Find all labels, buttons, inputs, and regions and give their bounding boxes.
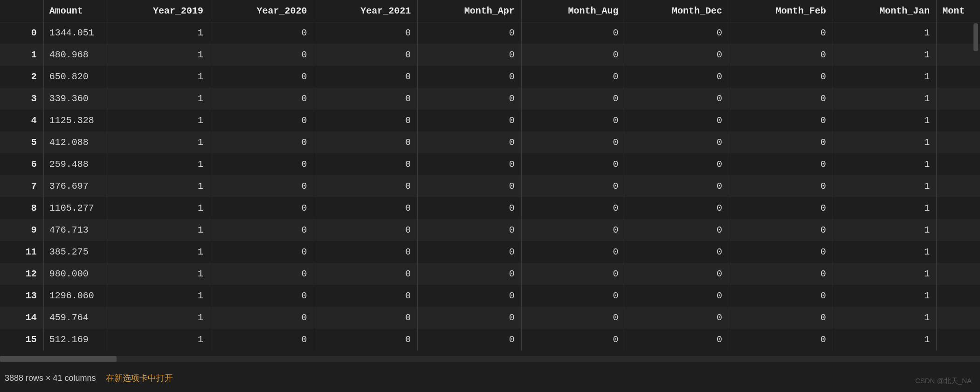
table-row[interactable]: 6259.48810000001 <box>0 153 980 175</box>
cell-month-feb: 0 <box>729 88 833 110</box>
table-row[interactable]: 131296.06010000001 <box>0 285 980 307</box>
cell-month-partial <box>937 263 980 285</box>
cell-month-aug: 0 <box>521 175 625 197</box>
table-row[interactable]: 2650.82010000001 <box>0 66 980 88</box>
table-body: 01344.051100000011480.968100000012650.82… <box>0 22 980 351</box>
cell-month-apr: 0 <box>418 263 522 285</box>
cell-month-feb: 0 <box>729 329 833 351</box>
cell-year-2019: 1 <box>106 153 210 175</box>
cell-year-2020: 0 <box>210 197 314 219</box>
col-header-amount[interactable]: Amount <box>43 0 106 22</box>
cell-month-aug: 0 <box>521 88 625 110</box>
cell-month-apr: 0 <box>418 153 522 175</box>
cell-month-aug: 0 <box>521 241 625 263</box>
cell-amount: 459.764 <box>43 307 106 329</box>
cell-month-dec: 0 <box>625 219 729 241</box>
cell-month-partial <box>937 131 980 153</box>
cell-month-jan: 1 <box>833 263 937 285</box>
cell-month-dec: 0 <box>625 263 729 285</box>
cell-month-apr: 0 <box>418 22 522 44</box>
table-header-row: Amount Year_2019 Year_2020 Year_2021 Mon… <box>0 0 980 22</box>
horizontal-scrollbar-thumb[interactable] <box>0 356 117 362</box>
table-row[interactable]: 11385.27510000001 <box>0 241 980 263</box>
cell-month-partial <box>937 285 980 307</box>
cell-year-2019: 1 <box>106 219 210 241</box>
cell-amount: 1296.060 <box>43 285 106 307</box>
row-index: 0 <box>0 22 43 44</box>
cell-year-2021: 0 <box>314 131 418 153</box>
table-footer: 3888 rows × 41 columns 在新选项卡中打开 <box>5 372 173 384</box>
row-index: 8 <box>0 197 43 219</box>
table-row[interactable]: 14459.76410000001 <box>0 307 980 329</box>
col-header-year-2019[interactable]: Year_2019 <box>106 0 210 22</box>
table-row[interactable]: 7376.69710000001 <box>0 175 980 197</box>
cell-year-2019: 1 <box>106 88 210 110</box>
cell-month-aug: 0 <box>521 329 625 351</box>
cell-month-dec: 0 <box>625 66 729 88</box>
cell-month-apr: 0 <box>418 307 522 329</box>
cell-year-2021: 0 <box>314 22 418 44</box>
cell-month-dec: 0 <box>625 44 729 66</box>
cell-month-jan: 1 <box>833 241 937 263</box>
col-header-month-apr[interactable]: Month_Apr <box>418 0 522 22</box>
cell-month-feb: 0 <box>729 66 833 88</box>
table-row[interactable]: 3339.36010000001 <box>0 88 980 110</box>
cell-month-dec: 0 <box>625 241 729 263</box>
cell-month-feb: 0 <box>729 219 833 241</box>
table-row[interactable]: 01344.05110000001 <box>0 22 980 44</box>
cell-month-jan: 1 <box>833 131 937 153</box>
cell-month-dec: 0 <box>625 285 729 307</box>
cell-year-2020: 0 <box>210 44 314 66</box>
col-header-month-dec[interactable]: Month_Dec <box>625 0 729 22</box>
row-index: 4 <box>0 110 43 131</box>
col-header-month-partial[interactable]: Mont <box>937 0 980 22</box>
cell-month-feb: 0 <box>729 22 833 44</box>
cell-month-partial <box>937 197 980 219</box>
cell-year-2021: 0 <box>314 219 418 241</box>
cell-year-2021: 0 <box>314 307 418 329</box>
cell-month-aug: 0 <box>521 197 625 219</box>
table-row[interactable]: 15512.16910000001 <box>0 329 980 351</box>
cell-amount: 1105.277 <box>43 197 106 219</box>
cell-month-jan: 1 <box>833 44 937 66</box>
table-row[interactable]: 81105.27710000001 <box>0 197 980 219</box>
cell-year-2019: 1 <box>106 241 210 263</box>
row-index: 7 <box>0 175 43 197</box>
cell-amount: 412.088 <box>43 131 106 153</box>
cell-month-apr: 0 <box>418 110 522 131</box>
cell-amount: 476.713 <box>43 219 106 241</box>
cell-year-2021: 0 <box>314 44 418 66</box>
cell-year-2019: 1 <box>106 263 210 285</box>
cell-amount: 512.169 <box>43 329 106 351</box>
cell-month-jan: 1 <box>833 329 937 351</box>
vertical-scrollbar-thumb[interactable] <box>973 23 978 51</box>
cell-month-feb: 0 <box>729 175 833 197</box>
open-in-new-tab-link[interactable]: 在新选项卡中打开 <box>106 373 173 383</box>
col-header-year-2021[interactable]: Year_2021 <box>314 0 418 22</box>
cell-year-2019: 1 <box>106 131 210 153</box>
cell-month-jan: 1 <box>833 307 937 329</box>
table-row[interactable]: 1480.96810000001 <box>0 44 980 66</box>
table-row[interactable]: 9476.71310000001 <box>0 219 980 241</box>
table-row[interactable]: 12980.00010000001 <box>0 263 980 285</box>
cell-month-dec: 0 <box>625 307 729 329</box>
col-header-month-jan[interactable]: Month_Jan <box>833 0 937 22</box>
cell-month-apr: 0 <box>418 175 522 197</box>
cell-month-feb: 0 <box>729 263 833 285</box>
cell-month-aug: 0 <box>521 307 625 329</box>
table-row[interactable]: 41125.32810000001 <box>0 110 980 131</box>
horizontal-scrollbar-track[interactable] <box>0 356 980 362</box>
cell-month-jan: 1 <box>833 175 937 197</box>
cell-month-dec: 0 <box>625 197 729 219</box>
col-header-year-2020[interactable]: Year_2020 <box>210 0 314 22</box>
cell-year-2020: 0 <box>210 307 314 329</box>
cell-year-2019: 1 <box>106 285 210 307</box>
cell-month-partial <box>937 153 980 175</box>
dataframe-table: Amount Year_2019 Year_2020 Year_2021 Mon… <box>0 0 980 351</box>
col-header-month-feb[interactable]: Month_Feb <box>729 0 833 22</box>
row-index: 9 <box>0 219 43 241</box>
cell-year-2019: 1 <box>106 197 210 219</box>
table-row[interactable]: 5412.08810000001 <box>0 131 980 153</box>
cell-month-apr: 0 <box>418 241 522 263</box>
col-header-month-aug[interactable]: Month_Aug <box>521 0 625 22</box>
